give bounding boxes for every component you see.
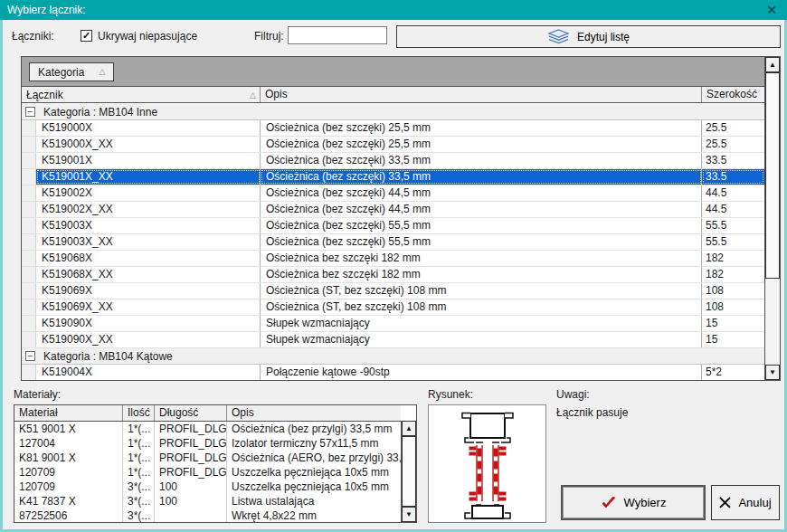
edit-list-button[interactable]: Edytuj listę	[396, 25, 781, 48]
table-row[interactable]: K519090XSłupek wzmacniający15	[22, 316, 764, 332]
cell-opis: Ościeżnica (bez szczęki) 33,5 mm	[261, 153, 702, 168]
table-row[interactable]: 1207093*(...100Uszczelka pęczniejąca 10x…	[14, 480, 401, 494]
table-row[interactable]: K51 9001 X1*(...PROFIL_DLGOścieżnica (be…	[14, 422, 401, 436]
connectors-grid: Kategoria △ Łącznik △ Opis Szerokość −Ka…	[21, 56, 781, 381]
grid-header-row: Łącznik △ Opis Szerokość	[22, 87, 764, 103]
table-row[interactable]: 1270041*(...PROFIL_DLGIzolator termiczny…	[14, 436, 401, 451]
materials-header-row: Materiał Ilość Długość Opis	[14, 405, 401, 422]
column-header-opis[interactable]: Opis	[261, 87, 702, 102]
red-check-icon	[601, 496, 616, 509]
scrollbar-thumb[interactable]	[765, 72, 780, 279]
cell-lacznik: K519001X	[36, 153, 261, 168]
scroll-up-icon[interactable]: ▲	[402, 421, 416, 436]
table-row[interactable]: K519068X_XXOścieżnica bez szczęki 182 mm…	[22, 267, 764, 283]
scroll-down-icon[interactable]: ▼	[765, 365, 780, 380]
sort-ascending-icon: △	[250, 91, 256, 100]
table-row[interactable]: K81 9001 X1*(...PROFIL_DLGOścieżnica (AE…	[14, 451, 401, 465]
row-gutter	[22, 283, 36, 299]
scrollbar-thumb[interactable]	[402, 436, 416, 507]
group-row[interactable]: −Kategoria : MB104 Kątowe	[22, 348, 764, 365]
column-header-ilosc[interactable]: Ilość	[123, 405, 155, 421]
table-row[interactable]: K519068XOścieżnica bez szczęki 182 mm182	[22, 251, 764, 267]
table-row[interactable]: K519003XOścieżnica (bez szczęki) 55,5 mm…	[22, 218, 764, 234]
select-button[interactable]: Wybierz	[561, 485, 706, 520]
table-row[interactable]: 872525063*(...Wkręt 4,8x22 mm	[14, 508, 401, 522]
row-gutter	[22, 202, 36, 217]
row-gutter	[22, 332, 36, 347]
select-button-label: Wybierz	[624, 496, 667, 509]
row-gutter	[22, 316, 36, 331]
group-row[interactable]: −Kategoria : MB104 Inne	[22, 104, 764, 120]
table-row[interactable]: K519001XOścieżnica (bez szczęki) 33,5 mm…	[22, 153, 764, 169]
cell-lacznik: K519090X_XX	[36, 332, 261, 347]
row-gutter	[22, 153, 36, 168]
cancel-button[interactable]: Anuluj	[711, 485, 780, 520]
table-row[interactable]: K519002X_XXOścieżnica (bez szczęki) 44,5…	[22, 202, 764, 218]
cell-lacznik: K519000X_XX	[36, 137, 261, 152]
table-row[interactable]: K519003X_XXOścieżnica (bez szczęki) 55,5…	[22, 234, 764, 251]
table-row[interactable]: K519069XOścieżnica (ST, bez szczęki) 108…	[22, 283, 764, 299]
cell-opis: Słupek wzmacniający	[261, 332, 702, 347]
collapse-icon[interactable]: −	[25, 107, 35, 117]
connectors-label: Łączniki:	[12, 30, 54, 43]
materials-vertical-scrollbar[interactable]: ▲ ▼	[401, 421, 416, 522]
column-header-dlugosc[interactable]: Długość	[155, 405, 227, 421]
row-gutter	[22, 218, 36, 233]
close-icon[interactable]: ✕	[763, 3, 780, 17]
cell-szerokosc: 182	[702, 251, 764, 266]
row-gutter	[22, 137, 36, 152]
column-header-lacznik[interactable]: Łącznik △	[22, 87, 261, 102]
column-header-opis[interactable]: Opis	[227, 405, 401, 421]
table-row[interactable]: K519000X_XXOścieżnica (bez szczęki) 25,5…	[22, 137, 764, 153]
group-by-label: Kategoria	[38, 66, 84, 79]
hide-unmatching-checkbox[interactable]: ✓	[81, 30, 92, 42]
column-header-szerokosc[interactable]: Szerokość	[702, 87, 764, 102]
table-row[interactable]: K519001X_XXOścieżnica (bez szczęki) 33,5…	[22, 169, 764, 185]
row-gutter	[22, 299, 36, 315]
cell-opis: Ościeżnica (bez szczęki) 33,5 mm	[261, 169, 702, 185]
cell-opis: Ościeżnica (bez szczęki) 44,5 mm	[261, 185, 702, 201]
cell-szerokosc: 5*2	[702, 365, 764, 380]
cell: PROFIL_DLG	[155, 422, 227, 436]
cell-opis: Ościeżnica bez szczęki 182 mm	[261, 251, 702, 266]
cell-opis: Ościeżnica (bez szczęki) 44,5 mm	[261, 202, 702, 217]
cell-lacznik: K519004X	[36, 365, 261, 380]
cell: 1*(...	[123, 465, 155, 480]
table-row[interactable]: K519004XPołączenie kątowe -90stp5*2	[22, 365, 764, 380]
cell: 120709	[14, 465, 123, 480]
cell: Wkręt 4,8x22 mm	[227, 508, 401, 522]
table-row[interactable]: K519002XOścieżnica (bez szczęki) 44,5 mm…	[22, 185, 764, 202]
cell: 100	[155, 494, 227, 508]
collapse-icon[interactable]: −	[25, 351, 35, 361]
column-header-material[interactable]: Materiał	[14, 405, 123, 421]
cell-lacznik: K519000X	[36, 120, 261, 136]
group-label: Kategoria : MB104 Kątowe	[43, 350, 173, 363]
cell: 1*(...	[123, 451, 155, 465]
row-gutter	[22, 251, 36, 266]
scroll-down-icon[interactable]: ▼	[402, 507, 416, 522]
cell: Uszczelka pęczniejąca 10x5 mm	[227, 465, 401, 480]
scroll-up-icon[interactable]: ▲	[765, 57, 780, 72]
cell: K41 7837 X	[14, 494, 123, 508]
table-row[interactable]: K519069X_XXOścieżnica (ST, bez szczęki) …	[22, 299, 764, 316]
table-row[interactable]: K519090X_XXSłupek wzmacniający15	[22, 332, 764, 348]
cell-lacznik: K519003X_XX	[36, 234, 261, 250]
cell-lacznik: K519069X	[36, 283, 261, 299]
table-row[interactable]: 1207091*(...PROFIL_DLGUszczelka pęczniej…	[14, 465, 401, 480]
filter-input[interactable]	[288, 26, 387, 44]
cell-lacznik: K519069X_XX	[36, 299, 261, 315]
table-row[interactable]: K41 7837 X3*(...100Listwa ustalająca	[14, 494, 401, 508]
table-row[interactable]: K519000XOścieżnica (bez szczęki) 25,5 mm…	[22, 120, 764, 137]
cell: Ościeżnica (bez przylgi) 33,5 mm	[227, 422, 401, 436]
checkmark-icon: ✓	[82, 30, 90, 41]
group-label: Kategoria : MB104 Inne	[43, 106, 157, 119]
hide-unmatching-label[interactable]: Ukrywaj niepasujące	[98, 30, 197, 43]
cell-szerokosc: 108	[702, 283, 764, 299]
cell-szerokosc: 44.5	[702, 202, 764, 217]
cell-szerokosc: 25.5	[702, 137, 764, 152]
cell-szerokosc: 25.5	[702, 120, 764, 136]
group-by-kategoria-button[interactable]: Kategoria △	[29, 62, 114, 81]
grid-vertical-scrollbar[interactable]: ▲ ▼	[764, 57, 780, 380]
row-gutter	[22, 120, 36, 136]
cell-opis: Ościeżnica (bez szczęki) 55,5 mm	[261, 218, 702, 233]
